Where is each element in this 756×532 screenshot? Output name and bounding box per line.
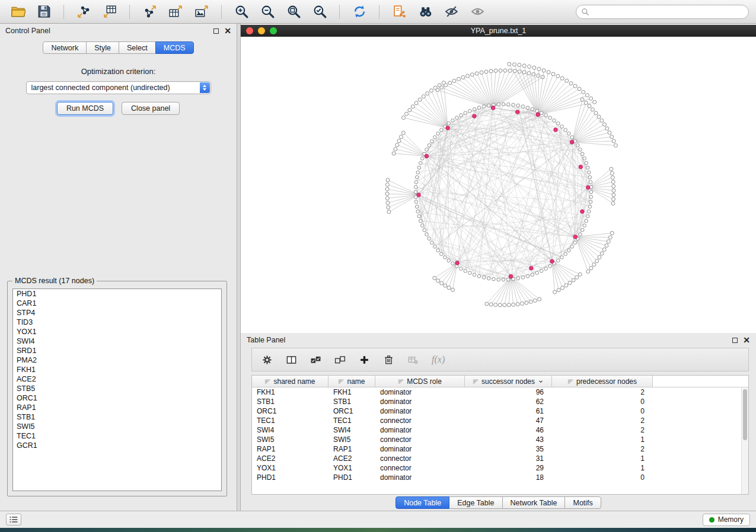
sort-icon (473, 379, 479, 384)
tab-style[interactable]: Style (86, 41, 119, 54)
table-row[interactable]: SWI4SWI4dominator462 (252, 425, 748, 435)
tab-network[interactable]: Network (43, 41, 87, 54)
mcds-result-item[interactable]: STB5 (13, 384, 221, 393)
table-row[interactable]: ORC1ORC1dominator610 (252, 406, 748, 416)
tab-network-table[interactable]: Network Table (502, 496, 566, 509)
mcds-result-item[interactable]: SRD1 (13, 346, 221, 355)
panel-list-button[interactable] (6, 514, 21, 525)
control-panel-tabs: NetworkStyleSelectMCDS (0, 41, 237, 54)
mcds-result-item[interactable]: YOX1 (13, 327, 221, 336)
select-all-checks-icon[interactable] (310, 354, 321, 366)
float-panel-icon[interactable] (213, 28, 219, 34)
close-table-panel-icon[interactable]: ✕ (743, 337, 750, 343)
mcds-result-item[interactable]: RAP1 (13, 403, 221, 412)
cell-successor-nodes: 47 (465, 416, 552, 425)
mcds-result-item[interactable]: PMA2 (13, 355, 221, 365)
save-session-icon[interactable] (33, 3, 55, 21)
mcds-result-item[interactable]: FKH1 (13, 365, 221, 374)
tab-mcds[interactable]: MCDS (155, 41, 194, 54)
mcds-result-item[interactable]: PHD1 (13, 289, 221, 299)
tab-node-table[interactable]: Node Table (395, 496, 449, 509)
table-row[interactable]: ACE2ACE2connector311 (252, 454, 748, 463)
maximize-window-icon[interactable] (270, 27, 277, 34)
column-header-successor-nodes[interactable]: successor nodes (465, 376, 552, 387)
export-table-icon[interactable] (165, 3, 186, 21)
share-document-icon[interactable] (388, 3, 410, 21)
search-box[interactable] (576, 5, 749, 19)
gear-icon[interactable] (261, 354, 273, 366)
mcds-result-item[interactable]: STB1 (13, 412, 221, 422)
open-folder-icon[interactable] (7, 3, 28, 21)
cell-name: STB1 (328, 398, 375, 406)
close-panel-icon[interactable]: ✕ (224, 28, 231, 34)
table-row[interactable]: PHD1PHD1dominator180 (252, 473, 748, 482)
zoom-in-icon[interactable] (231, 3, 252, 21)
tab-edge-table[interactable]: Edge Table (449, 496, 502, 509)
table-row[interactable]: TEC1TEC1connector472 (252, 416, 748, 425)
column-header-predecessor-nodes[interactable]: predecessor nodes (552, 376, 653, 387)
zoom-selected-icon[interactable] (309, 3, 330, 21)
cell-predecessor-nodes: 2 (552, 388, 653, 396)
table-scrollbar[interactable] (741, 388, 748, 494)
hide-visibility-icon[interactable] (441, 3, 462, 21)
export-image-icon[interactable] (191, 3, 212, 21)
run-mcds-button[interactable]: Run MCDS (57, 102, 113, 115)
column-header-name[interactable]: name (328, 376, 375, 387)
mcds-result-item[interactable]: TID3 (13, 318, 221, 327)
network-canvas[interactable] (241, 37, 756, 333)
tab-motifs[interactable]: Motifs (564, 496, 601, 509)
columns-icon[interactable] (286, 354, 297, 366)
delete-row-icon[interactable] (383, 354, 394, 366)
mcds-result-item[interactable]: STP4 (13, 308, 221, 318)
mcds-result-item[interactable]: TEC1 (13, 431, 221, 441)
table-row[interactable]: FKH1FKH1dominator962 (252, 387, 748, 397)
mcds-result-item[interactable]: ORC1 (13, 393, 221, 403)
close-window-icon[interactable] (246, 27, 253, 34)
search-input[interactable] (593, 8, 744, 16)
float-table-panel-icon[interactable] (732, 338, 738, 343)
mcds-result-item[interactable]: SWI4 (13, 336, 221, 346)
control-panel-header: Control Panel ✕ (0, 24, 237, 38)
list-icon (9, 515, 18, 524)
search-binoculars-icon[interactable] (414, 3, 436, 21)
criterion-dropdown-value: largest connected component (undirected) (31, 84, 170, 92)
zoom-fit-icon[interactable] (283, 3, 304, 21)
mcds-result-item[interactable]: ACE2 (13, 374, 221, 384)
add-row-icon[interactable] (359, 354, 370, 366)
table-panel-title: Table Panel (247, 336, 285, 344)
mcds-result-item[interactable]: CAR1 (13, 299, 221, 308)
network-window-title: YPA_prune.txt_1 (241, 27, 756, 35)
import-table-icon[interactable] (99, 3, 120, 21)
tab-select[interactable]: Select (119, 41, 156, 54)
cell-shared-name: SWI4 (252, 426, 328, 434)
cell-successor-nodes: 31 (465, 454, 552, 463)
table-row[interactable]: STB1STB1dominator620 (252, 397, 748, 406)
column-header-mcds-role[interactable]: MCDS role (375, 376, 465, 387)
zoom-out-icon[interactable] (257, 3, 278, 21)
show-visibility-icon[interactable] (467, 3, 488, 21)
minimize-window-icon[interactable] (258, 27, 265, 34)
cell-mcds-role: dominator (375, 407, 465, 415)
close-panel-button[interactable]: Close panel (122, 102, 180, 115)
scrollbar-thumb[interactable] (743, 389, 747, 440)
column-header-shared-name[interactable]: shared name (252, 376, 328, 387)
table-row[interactable]: SWI5SWI5connector431 (252, 435, 748, 444)
mcds-result-list[interactable]: PHD1CAR1STP4TID3YOX1SWI4SRD1PMA2FKH1ACE2… (12, 289, 222, 491)
table-row[interactable]: YOX1YOX1connector291 (252, 463, 748, 473)
cell-mcds-role: dominator (375, 388, 465, 396)
network-titlebar[interactable]: YPA_prune.txt_1 (241, 25, 756, 37)
mcds-result-item[interactable]: SWI5 (13, 422, 221, 431)
cell-shared-name: ACE2 (252, 454, 328, 463)
import-network-icon[interactable] (73, 3, 94, 21)
memory-button[interactable]: Memory (703, 514, 750, 526)
table-row[interactable]: RAP1RAP1dominator352 (252, 444, 748, 454)
refresh-icon[interactable] (349, 3, 370, 21)
export-network-icon[interactable] (139, 3, 160, 21)
toolbar-separator (129, 5, 130, 19)
cell-mcds-role: connector (375, 454, 465, 463)
table-toolbar: f(x) (251, 348, 749, 371)
mcds-result-item[interactable]: GCR1 (13, 441, 221, 450)
control-panel: Control Panel ✕ NetworkStyleSelectMCDS O… (0, 24, 237, 511)
deselect-all-checks-icon[interactable] (334, 354, 346, 366)
criterion-dropdown[interactable]: largest connected component (undirected) (26, 81, 211, 94)
